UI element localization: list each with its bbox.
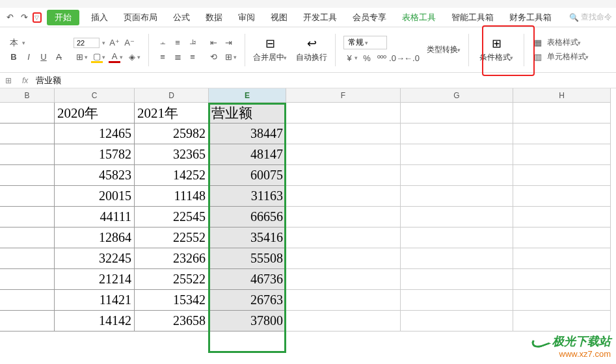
cell[interactable]: 37800	[209, 311, 286, 332]
cell[interactable]	[513, 165, 611, 186]
cell[interactable]: 35416	[209, 228, 286, 248]
clear-format-icon[interactable]: ◈	[126, 51, 138, 63]
chevron-down-icon[interactable]: ▾	[102, 54, 105, 60]
cell[interactable]: 20015	[55, 186, 135, 207]
redo-icon[interactable]: ↷	[18, 12, 30, 23]
cell[interactable]: 48147	[209, 144, 286, 165]
merge-center-button[interactable]: ⊟ 合并居中▾	[249, 34, 291, 66]
decrease-font-icon[interactable]: A⁻	[124, 37, 135, 49]
cell[interactable]	[513, 248, 611, 269]
cell[interactable]	[401, 165, 513, 186]
cell[interactable]: 44111	[55, 207, 135, 228]
chevron-down-icon[interactable]: ▾	[22, 40, 25, 46]
cell[interactable]: 23266	[135, 248, 209, 269]
cell[interactable]: 14142	[55, 311, 135, 332]
cell[interactable]: 23658	[135, 311, 209, 332]
cell[interactable]	[0, 103, 55, 124]
align-center-icon[interactable]: ≣	[172, 51, 183, 63]
thousands-icon[interactable]: ººº	[376, 52, 388, 64]
cell[interactable]	[0, 165, 55, 186]
cell[interactable]	[286, 248, 401, 269]
align-left-icon[interactable]: ≡	[157, 51, 168, 63]
align-bottom-icon[interactable]: ⫡	[187, 37, 198, 49]
cell[interactable]: 22545	[135, 207, 209, 228]
cell[interactable]	[286, 269, 401, 290]
italic-icon[interactable]: I	[23, 51, 34, 63]
cell[interactable]	[286, 311, 401, 332]
cell[interactable]	[0, 144, 55, 165]
cell[interactable]	[286, 124, 401, 144]
cell[interactable]	[286, 186, 401, 207]
cell[interactable]: 32245	[55, 248, 135, 269]
cell[interactable]: 55508	[209, 248, 286, 269]
cell[interactable]: 2020年	[55, 103, 135, 124]
cell[interactable]: 15782	[55, 144, 135, 165]
tab-table-tools[interactable]: 表格工具	[395, 9, 442, 26]
increase-decimal-icon[interactable]: .0→	[391, 52, 403, 64]
cell[interactable]	[286, 290, 401, 311]
fx-label[interactable]: fx	[22, 76, 28, 85]
chevron-down-icon[interactable]: ▾	[120, 54, 123, 60]
cell[interactable]	[401, 186, 513, 207]
bold-icon[interactable]: B	[8, 51, 20, 63]
cell[interactable]	[513, 207, 611, 228]
cell[interactable]	[401, 207, 513, 228]
indent-increase-icon[interactable]: ⇥	[222, 37, 234, 49]
cell[interactable]	[0, 124, 55, 144]
decrease-decimal-icon[interactable]: ←.0	[406, 52, 418, 64]
cell[interactable]: 11148	[135, 186, 209, 207]
cell[interactable]: 21214	[55, 269, 135, 290]
cell[interactable]	[401, 311, 513, 332]
cell[interactable]: 31163	[209, 186, 286, 207]
currency-icon[interactable]: ¥	[343, 52, 355, 64]
orientation-icon[interactable]: ⟲	[208, 51, 219, 63]
search-command[interactable]: 🔍 查找命令	[569, 12, 612, 23]
cell[interactable]	[0, 186, 55, 207]
font-size-input[interactable]: 22	[74, 38, 100, 48]
cell[interactable]: 14252	[135, 165, 209, 186]
cell[interactable]	[401, 144, 513, 165]
type-convert-button[interactable]: 类型转换▾	[423, 42, 464, 58]
col-header-c[interactable]: C	[55, 88, 135, 103]
auto-wrap-button[interactable]: ↩ 自动换行	[292, 34, 331, 66]
font-color-icon[interactable]: A	[109, 51, 120, 63]
cell[interactable]: 60075	[209, 165, 286, 186]
text-direction-icon[interactable]: ⊞	[222, 51, 234, 63]
fill-color-icon[interactable]: ▢	[91, 51, 103, 63]
conditional-format-button[interactable]: ⊞ 条件格式▾	[473, 34, 520, 66]
tab-finance-toolbox[interactable]: 财务工具箱	[503, 9, 558, 26]
cell[interactable]	[401, 103, 513, 124]
tab-view[interactable]: 视图	[264, 9, 294, 26]
tab-insert[interactable]: 插入	[85, 9, 114, 26]
cell[interactable]: 2021年	[135, 103, 209, 124]
cell[interactable]	[513, 228, 611, 248]
cell[interactable]	[286, 165, 401, 186]
cell[interactable]: 45823	[55, 165, 135, 186]
chevron-down-icon[interactable]: ▾	[102, 40, 105, 46]
cell[interactable]	[401, 228, 513, 248]
table-style-icon[interactable]: ▦	[532, 37, 544, 49]
cell[interactable]	[401, 269, 513, 290]
spreadsheet-grid[interactable]: B C D E F G H 2020年2021年营业额1246525982384…	[0, 88, 616, 332]
cell[interactable]	[513, 290, 611, 311]
increase-font-icon[interactable]: A⁺	[109, 37, 120, 49]
tab-dev-tools[interactable]: 开发工具	[297, 9, 343, 26]
col-header-h[interactable]: H	[513, 88, 611, 103]
tab-page-layout[interactable]: 页面布局	[117, 9, 164, 26]
chevron-down-icon[interactable]: ▽	[34, 14, 39, 21]
cell[interactable]	[286, 207, 401, 228]
cell[interactable]: 22552	[135, 228, 209, 248]
cell[interactable]	[0, 290, 55, 311]
align-top-icon[interactable]: ⫠	[157, 37, 168, 49]
cell[interactable]	[513, 144, 611, 165]
strikethrough-icon[interactable]: A̶	[53, 51, 64, 63]
cell[interactable]	[513, 124, 611, 144]
undo-icon[interactable]: ↶	[4, 12, 16, 23]
name-box-icon[interactable]: ⊞	[5, 76, 17, 85]
chevron-down-icon[interactable]: ▾	[85, 54, 88, 60]
cell[interactable]: 25982	[135, 124, 209, 144]
cell[interactable]	[513, 311, 611, 332]
cell[interactable]	[401, 124, 513, 144]
chevron-down-icon[interactable]: ▾	[234, 54, 237, 60]
cell[interactable]	[0, 269, 55, 290]
